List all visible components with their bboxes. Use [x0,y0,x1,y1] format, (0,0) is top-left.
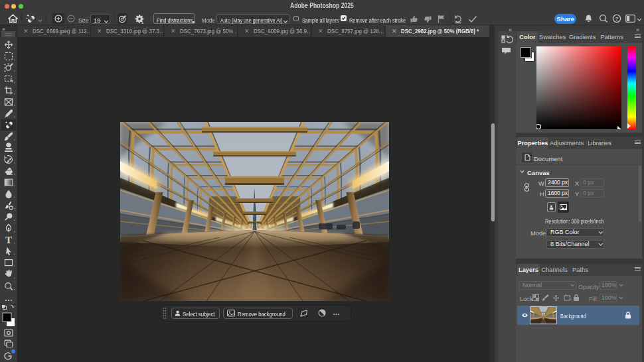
svg-text:T: T [5,235,12,245]
svg-text:?: ? [615,16,619,22]
